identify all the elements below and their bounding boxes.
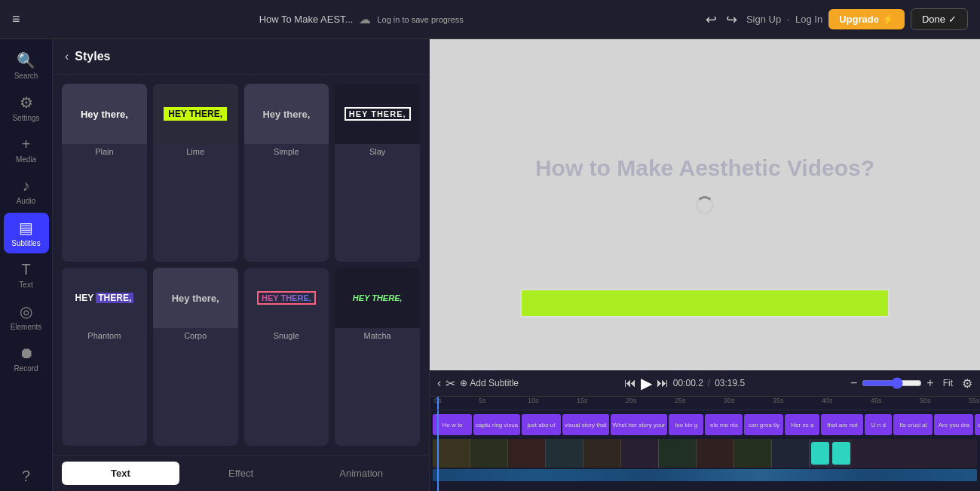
sidebar-item-audio[interactable]: ♪ Audio <box>4 171 49 211</box>
ruler-25s: 25s <box>675 397 686 404</box>
ruler-10s: 10s <box>528 397 539 404</box>
tab-animation[interactable]: Animation <box>302 462 420 485</box>
back-button[interactable]: ‹ <box>65 50 69 63</box>
clip-marker <box>832 442 850 465</box>
skip-back-button[interactable]: ⏮ <box>624 376 636 390</box>
sidebar-item-help[interactable]: ? <box>4 462 49 491</box>
simple-label: Simple <box>274 144 299 159</box>
list-item[interactable]: visual story that <box>562 414 609 435</box>
list-item[interactable]: can grea tly <box>744 414 783 435</box>
add-circle-icon: ⊕ <box>460 378 467 388</box>
timeline-back-button[interactable]: ‹ <box>437 376 441 390</box>
style-card-phantom[interactable]: HEY THERE, Phantom <box>62 268 147 446</box>
subtitle-chips-row: Ho w to captu ring visua just abo ut vis… <box>430 410 980 439</box>
log-in-link[interactable]: Log In <box>795 14 822 25</box>
upgrade-label: Upgrade <box>839 14 879 25</box>
main-layout: 🔍 Search ⚙ Settings + Media ♪ Audio ▤ Su… <box>0 39 980 491</box>
style-card-simple[interactable]: Hey there, Simple <box>244 84 329 262</box>
auth-links: Sign Up · Log In <box>746 14 822 25</box>
list-item[interactable]: do you prefe <box>975 414 980 435</box>
list-item[interactable]: Are you dra <box>934 414 973 435</box>
canvas-title: How to Make Aesthetic Videos? <box>535 155 874 181</box>
sidebar-item-media[interactable]: + Media <box>4 130 49 170</box>
video-thumb <box>470 439 508 468</box>
upgrade-button[interactable]: Upgrade ⚡ <box>828 9 905 29</box>
audio-waveform <box>433 469 977 481</box>
search-icon: 🔍 <box>17 51 35 69</box>
snugle-label: Snugle <box>274 328 299 343</box>
zoom-out-button[interactable]: − <box>850 376 857 390</box>
hamburger-button[interactable]: ≡ <box>12 11 20 27</box>
play-button[interactable]: ▶ <box>641 374 652 392</box>
list-item[interactable]: Her es a <box>785 414 819 435</box>
list-item[interactable]: Whet her story your <box>611 414 668 435</box>
simple-preview-text: Hey there, <box>262 109 310 120</box>
zoom-slider[interactable] <box>862 377 922 389</box>
undo-button[interactable]: ↩ <box>703 8 720 31</box>
ruler-35s: 35s <box>773 397 784 404</box>
list-item[interactable]: captu ring visua <box>473 414 520 435</box>
sidebar-item-settings[interactable]: ⚙ Settings <box>4 87 49 128</box>
matcha-preview-text: HEY THERE, <box>353 293 403 302</box>
redo-button[interactable]: ↪ <box>723 8 740 31</box>
video-thumb <box>659 439 697 468</box>
icon-sidebar: 🔍 Search ⚙ Settings + Media ♪ Audio ▤ Su… <box>0 39 53 491</box>
sidebar-item-record[interactable]: ⏺ Record <box>4 339 49 379</box>
video-thumb <box>546 439 583 468</box>
slay-label: Slay <box>369 144 385 159</box>
matcha-label: Matcha <box>364 328 391 343</box>
sign-up-link[interactable]: Sign Up <box>746 14 781 25</box>
video-thumb <box>508 439 546 468</box>
tab-effect[interactable]: Effect <box>182 462 300 485</box>
style-card-snugle[interactable]: HEY THERE, Snugle <box>244 268 329 446</box>
style-card-lime[interactable]: HEY THERE, Lime <box>153 84 238 262</box>
timeline-controls: ‹ ✂ ⊕ Add Subtitle ⏮ ▶ ⏭ 00:00.2 / 03:19… <box>430 370 980 397</box>
style-card-slay[interactable]: HEY THERE, Slay <box>335 84 420 262</box>
plain-label: Plain <box>95 144 113 159</box>
audio-icon: ♪ <box>23 177 30 195</box>
sidebar-label-settings: Settings <box>12 114 39 122</box>
fit-button[interactable]: Fit <box>939 376 957 390</box>
style-preview-corpo: Hey there, <box>153 268 238 328</box>
lime-preview-text: HEY THERE, <box>164 107 227 121</box>
skip-forward-button[interactable]: ⏭ <box>657 376 669 390</box>
style-card-plain[interactable]: Hey there, Plain <box>62 84 147 262</box>
done-icon: ✓ <box>948 14 957 25</box>
slay-preview-text: HEY THERE, <box>345 107 411 121</box>
list-item[interactable]: ele me nts <box>705 414 743 435</box>
elements-icon: ◎ <box>20 302 32 321</box>
save-progress-text[interactable]: Log in to save progress <box>377 15 463 24</box>
ruler-20s: 20s <box>626 397 637 404</box>
list-item[interactable]: loo kin g <box>669 414 703 435</box>
media-icon: + <box>22 136 31 153</box>
add-subtitle-button[interactable]: ⊕ Add Subtitle <box>460 378 519 388</box>
sidebar-item-search[interactable]: 🔍 Search <box>4 45 49 86</box>
clip-marker <box>811 442 829 465</box>
playhead-track <box>437 410 439 491</box>
list-item[interactable]: Its cruci al <box>893 414 933 435</box>
sidebar-item-subtitles[interactable]: ▤ Subtitles <box>4 213 49 253</box>
video-thumb <box>697 439 734 468</box>
list-item[interactable]: that are not <box>821 414 863 435</box>
sidebar-item-text[interactable]: T Text <box>4 255 49 295</box>
snugle-preview-text: HEY THERE, <box>257 291 316 305</box>
sidebar-label-elements: Elements <box>11 323 42 331</box>
list-item[interactable]: just abo ut <box>522 414 561 435</box>
list-item[interactable]: U n d <box>865 414 892 435</box>
style-card-corpo[interactable]: Hey there, Corpo <box>153 268 238 446</box>
corpo-label: Corpo <box>184 328 207 343</box>
style-preview-snugle: HEY THERE, <box>244 268 329 328</box>
project-title: How To Make AEST... <box>259 14 354 25</box>
subtitle-green-bar[interactable] <box>520 289 890 318</box>
topbar-right: ↩ ↪ Sign Up · Log In Upgrade ⚡ Done ✓ <box>703 8 968 31</box>
sidebar-label-record: Record <box>14 364 38 373</box>
sidebar-item-elements[interactable]: ◎ Elements <box>4 296 49 337</box>
style-preview-lime: HEY THERE, <box>153 84 238 144</box>
done-button[interactable]: Done ✓ <box>911 8 968 30</box>
corpo-preview-text: Hey there, <box>172 293 219 304</box>
zoom-in-button[interactable]: + <box>926 376 933 390</box>
scissors-button[interactable]: ✂ <box>446 376 455 391</box>
timeline-settings-button[interactable]: ⚙ <box>962 376 972 391</box>
tab-text[interactable]: Text <box>62 462 179 485</box>
style-card-matcha[interactable]: HEY THERE, Matcha <box>335 268 420 446</box>
